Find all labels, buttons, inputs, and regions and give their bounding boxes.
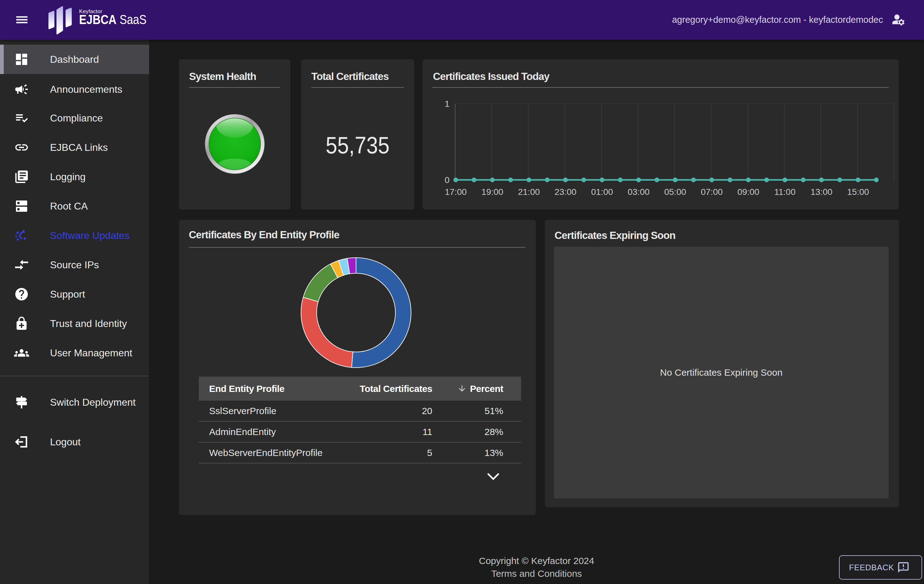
svg-text:07:00: 07:00	[701, 187, 723, 197]
svg-text:0: 0	[444, 175, 449, 185]
svg-text:23:00: 23:00	[554, 187, 576, 197]
svg-text:15:00: 15:00	[847, 187, 869, 197]
svg-text:21:00: 21:00	[518, 187, 540, 197]
svg-text:1: 1	[444, 99, 449, 109]
svg-text:01:00: 01:00	[591, 187, 613, 197]
svg-text:19:00: 19:00	[482, 187, 503, 197]
svg-text:17:00: 17:00	[445, 187, 467, 197]
svg-text:09:00: 09:00	[738, 187, 759, 197]
svg-text:11:00: 11:00	[774, 187, 795, 197]
svg-text:05:00: 05:00	[664, 187, 686, 197]
svg-text:03:00: 03:00	[628, 187, 650, 197]
svg-text:13:00: 13:00	[810, 187, 832, 197]
